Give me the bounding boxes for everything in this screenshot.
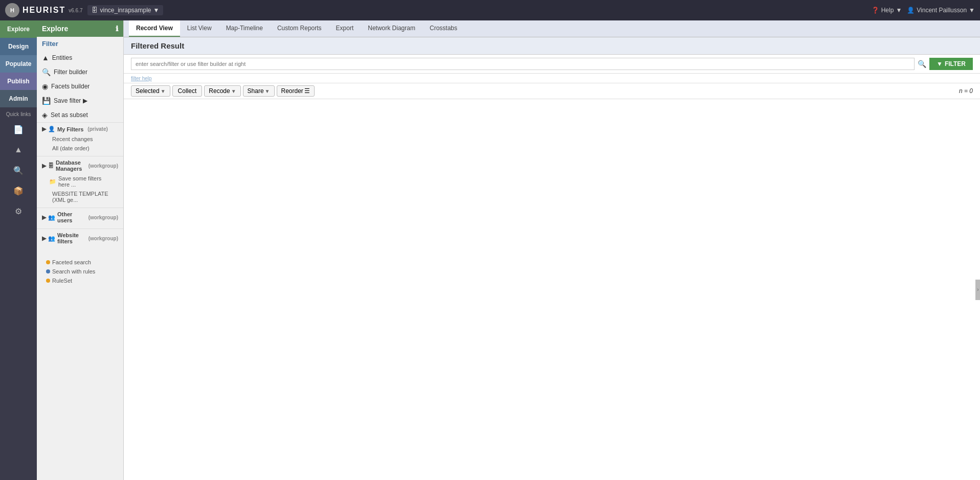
website-filters-label: Website filters	[57, 232, 84, 244]
db-managers-header[interactable]: ▶ 🗄 Database Managers (workgroup)	[42, 159, 118, 172]
tab-record-view[interactable]: Record View	[129, 20, 180, 37]
quicklink-box-icon[interactable]: 📦	[10, 182, 27, 199]
svg-text:H: H	[10, 7, 14, 13]
recode-dropdown[interactable]: Recode ▼	[204, 85, 240, 97]
entities-icon: ▲	[42, 54, 49, 62]
help-label: Help	[881, 7, 894, 14]
my-filters-group-label: (private)	[87, 126, 107, 132]
website-filters-expand-icon: ▶	[42, 235, 46, 242]
all-date-order-item[interactable]: All (date order)	[42, 144, 118, 153]
user-button[interactable]: 👤 Vincent Paillusson ▼	[907, 7, 975, 14]
other-users-group-label: (workgroup)	[88, 215, 118, 220]
filter-button[interactable]: ▼ FILTER	[929, 58, 973, 70]
ruleset-item[interactable]: RuleSet	[39, 276, 121, 285]
nav-design[interactable]: Design	[0, 38, 37, 55]
website-filters-header[interactable]: ▶ 👥 Website filters (workgroup)	[42, 232, 118, 244]
brand-name: HEURIST	[23, 6, 65, 15]
share-arrow-icon: ▼	[265, 88, 270, 94]
db-managers-icon: 🗄	[48, 163, 54, 169]
main-layout: Explore Design Populate Publish Admin Qu…	[0, 20, 980, 480]
sidebar-info-icon[interactable]: ℹ	[116, 25, 118, 33]
facets-builder-label: Facets builder	[51, 83, 90, 90]
result-title: Filtered Result	[131, 41, 184, 50]
search-button[interactable]: 🔍	[918, 60, 926, 68]
save-filters-here-label: Save some filters here ...	[58, 175, 113, 188]
logo-area: H HEURIST v6.6.7	[5, 3, 82, 17]
result-count: n = 0	[959, 87, 973, 95]
search-rules-dot	[46, 269, 50, 273]
tab-export[interactable]: Export	[329, 20, 361, 37]
reorder-dropdown[interactable]: Reorder ☰	[277, 85, 315, 97]
db-name: vince_inrapsample	[100, 7, 151, 14]
sidebar-item-entities[interactable]: ▲ Entities	[37, 51, 123, 65]
selected-dropdown[interactable]: Selected ▼	[131, 85, 170, 97]
ruleset-dot	[46, 279, 50, 283]
sidebar-item-facets-builder[interactable]: ◉ Facets builder	[37, 79, 123, 94]
search-with-rules-item[interactable]: Search with rules	[39, 267, 121, 276]
search-with-rules-label: Search with rules	[52, 268, 95, 275]
user-icon: 👤	[907, 7, 915, 14]
tab-network-diagram[interactable]: Network Diagram	[361, 20, 422, 37]
set-subset-label: Set as subset	[51, 111, 88, 119]
quicklink-search-icon[interactable]: 🔍	[10, 162, 27, 178]
sidebar-item-save-filter[interactable]: 💾 Save filter ▶	[37, 94, 123, 108]
website-filters-group-label: (workgroup)	[88, 236, 118, 241]
quicklink-filter-icon[interactable]: ⚙	[10, 203, 27, 219]
my-filters-header[interactable]: ▶ 👤 My Filters (private)	[42, 126, 118, 132]
filter-button-label: FILTER	[945, 60, 966, 67]
selected-label: Selected	[136, 87, 160, 95]
tab-crosstabs[interactable]: Crosstabs	[422, 20, 464, 37]
my-filters-icon: 👤	[48, 126, 55, 132]
quick-links-label: Quick links	[6, 107, 31, 119]
db-managers-section: ▶ 🗄 Database Managers (workgroup) 📁 Save…	[37, 156, 123, 208]
sidebar-item-set-as-subset[interactable]: ◈ Set as subset	[37, 108, 123, 122]
db-managers-label: Database Managers	[56, 159, 84, 172]
nav-publish[interactable]: Publish	[0, 73, 37, 90]
other-users-expand-icon: ▶	[42, 214, 46, 221]
action-bar: Selected ▼ Collect Recode ▼ Share ▼ Reor…	[124, 83, 980, 99]
share-dropdown[interactable]: Share ▼	[243, 85, 275, 97]
website-filters-icon: 👥	[48, 235, 55, 242]
recode-label: Recode	[209, 87, 230, 95]
nav-admin[interactable]: Admin	[0, 90, 37, 107]
db-managers-expand-icon: ▶	[42, 163, 46, 169]
tabs-bar: Record View List View Map-Timeline Custo…	[124, 20, 980, 37]
collapse-handle[interactable]: ›	[975, 280, 980, 300]
other-users-label: Other users	[57, 211, 84, 223]
collect-button[interactable]: Collect	[172, 85, 203, 97]
help-chevron-icon: ▼	[896, 7, 902, 14]
sidebar-title: Explore	[42, 25, 68, 33]
filter-title: Filter	[37, 37, 123, 51]
reorder-icon: ☰	[304, 87, 310, 95]
quicklink-nav-icon[interactable]: ▲	[10, 142, 27, 158]
save-filters-here-item[interactable]: 📁 Save some filters here ...	[42, 174, 118, 189]
my-filters-label: My Filters	[57, 126, 83, 132]
quicklink-doc-icon[interactable]: 📄	[10, 121, 27, 138]
sidebar-item-filter-builder[interactable]: 🔍 Filter builder	[37, 65, 123, 79]
other-users-header[interactable]: ▶ 👥 Other users (workgroup)	[42, 211, 118, 223]
share-label: Share	[248, 87, 264, 95]
tab-map-timeline[interactable]: Map-Timeline	[219, 20, 270, 37]
filter-bar: 🔍 ▼ FILTER	[124, 55, 980, 74]
nav-explore[interactable]: Explore	[0, 20, 37, 38]
tab-list-view[interactable]: List View	[180, 20, 219, 37]
website-template-item[interactable]: WEBSITE TEMPLATE (XML ge...	[42, 189, 118, 204]
facets-builder-icon: ◉	[42, 82, 48, 90]
filter-funnel-icon: ▼	[937, 60, 943, 67]
tab-custom-reports[interactable]: Custom Reports	[270, 20, 329, 37]
recode-arrow-icon: ▼	[231, 88, 236, 94]
help-button[interactable]: ❓ Help ▼	[872, 7, 902, 14]
recent-changes-item[interactable]: Recent changes	[42, 134, 118, 144]
user-label: Vincent Paillusson	[917, 7, 967, 14]
reorder-label: Reorder	[281, 87, 303, 95]
set-subset-icon: ◈	[42, 111, 48, 119]
filter-builder-icon: 🔍	[42, 68, 51, 76]
filter-input[interactable]	[131, 58, 915, 70]
sidebar-header: Explore ℹ	[37, 20, 123, 37]
nav-populate[interactable]: Populate	[0, 55, 37, 73]
filter-help-link[interactable]: filter help	[131, 76, 152, 81]
version-label: v6.6.7	[69, 8, 82, 13]
selected-arrow-icon: ▼	[161, 88, 166, 94]
db-selector[interactable]: 🗄 vince_inrapsample ▼	[87, 5, 163, 15]
faceted-search-item[interactable]: Faceted search	[39, 258, 121, 267]
